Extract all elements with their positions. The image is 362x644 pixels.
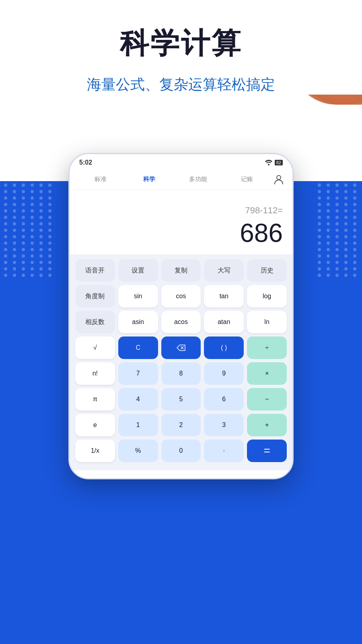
btn-divide[interactable]: ÷	[247, 336, 287, 359]
btn-settings[interactable]: 设置	[118, 259, 158, 282]
btn-uppercase[interactable]: 大写	[204, 259, 244, 282]
btn-9[interactable]: 9	[204, 362, 244, 385]
btn-sin[interactable]: sin	[118, 285, 158, 308]
button-row-5: n! 7 8 9 ×	[75, 362, 287, 385]
btn-cos[interactable]: cos	[161, 285, 201, 308]
btn-8[interactable]: 8	[161, 362, 201, 385]
btn-7[interactable]: 7	[118, 362, 158, 385]
display-area: 798-112= 686	[70, 190, 292, 254]
btn-clear[interactable]: C	[118, 336, 158, 359]
btn-1[interactable]: 1	[118, 414, 158, 436]
btn-tan[interactable]: tan	[204, 285, 244, 308]
btn-voice[interactable]: 语音开	[75, 259, 115, 282]
btn-log[interactable]: log	[247, 285, 287, 308]
btn-multiply[interactable]: ×	[247, 362, 287, 385]
btn-decimal[interactable]: ·	[204, 440, 244, 462]
btn-angle[interactable]: 角度制	[75, 285, 115, 308]
button-row-4: √ C ( ) ÷	[75, 336, 287, 359]
btn-2[interactable]: 2	[161, 414, 201, 436]
top-section: 科学计算 海量公式、复杂运算轻松搞定	[0, 0, 362, 95]
status-icons: 82	[265, 160, 283, 165]
btn-backspace[interactable]	[161, 336, 201, 359]
button-row-7: e 1 2 3 +	[75, 414, 287, 436]
btn-reciprocal[interactable]: 1/x	[75, 440, 115, 462]
tab-accounting[interactable]: 记账	[223, 173, 272, 186]
status-bar: 5:02 82	[70, 154, 292, 169]
btn-history[interactable]: 历史	[247, 259, 287, 282]
status-time: 5:02	[79, 159, 92, 166]
phone-mockup: 5:02 82 标准 科学 多功能 记账	[68, 153, 294, 479]
btn-pi[interactable]: π	[75, 388, 115, 411]
btn-subtract[interactable]: −	[247, 388, 287, 411]
btn-3[interactable]: 3	[204, 414, 244, 436]
btn-atan[interactable]: atan	[204, 311, 244, 333]
button-row-8: 1/x % 0 · =	[75, 440, 287, 462]
tab-bar: 标准 科学 多功能 记账	[70, 169, 292, 190]
button-row-2: 角度制 sin cos tan log	[75, 285, 287, 308]
button-row-3: 相反数 asin acos atan ln	[75, 311, 287, 333]
btn-negate[interactable]: 相反数	[75, 311, 115, 333]
btn-copy[interactable]: 复制	[161, 259, 201, 282]
btn-0[interactable]: 0	[161, 440, 201, 462]
btn-add[interactable]: +	[247, 414, 287, 436]
display-expression: 798-112=	[245, 205, 283, 216]
tab-science[interactable]: 科学	[125, 173, 174, 186]
btn-parens[interactable]: ( )	[204, 336, 244, 359]
tab-multifunction[interactable]: 多功能	[174, 173, 223, 186]
svg-point-0	[268, 164, 269, 165]
sub-title: 海量公式、复杂运算轻松搞定	[0, 75, 362, 95]
profile-button[interactable]	[272, 172, 286, 186]
btn-6[interactable]: 6	[204, 388, 244, 411]
btn-asin[interactable]: asin	[118, 311, 158, 333]
btn-factorial[interactable]: n!	[75, 362, 115, 385]
battery-icon: 82	[275, 160, 283, 165]
btn-4[interactable]: 4	[118, 388, 158, 411]
btn-ln[interactable]: ln	[247, 311, 287, 333]
wifi-icon	[265, 160, 272, 165]
btn-acos[interactable]: acos	[161, 311, 201, 333]
calculator-buttons: 语音开 设置 复制 大写 历史 角度制 sin cos tan log 相反数 …	[70, 254, 292, 470]
main-title: 科学计算	[0, 24, 362, 63]
svg-point-1	[277, 175, 281, 180]
profile-icon	[273, 173, 284, 185]
display-result: 686	[240, 218, 283, 248]
button-row-6: π 4 5 6 −	[75, 388, 287, 411]
btn-equals[interactable]: =	[247, 440, 287, 462]
btn-e[interactable]: e	[75, 414, 115, 436]
btn-sqrt[interactable]: √	[75, 336, 115, 359]
btn-5[interactable]: 5	[161, 388, 201, 411]
backspace-icon	[177, 345, 185, 351]
tab-standard[interactable]: 标准	[76, 173, 125, 186]
phone-frame: 5:02 82 标准 科学 多功能 记账	[68, 153, 294, 479]
btn-percent[interactable]: %	[118, 440, 158, 462]
button-row-1: 语音开 设置 复制 大写 历史	[75, 259, 287, 282]
